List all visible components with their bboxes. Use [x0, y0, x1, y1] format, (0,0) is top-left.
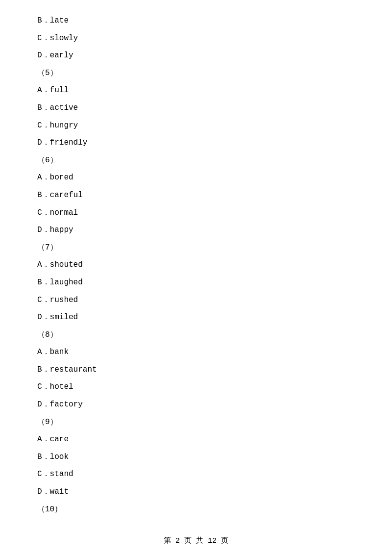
q7: （7）: [37, 242, 355, 254]
c-normal: C．normal: [37, 207, 355, 220]
a-shouted: A．shouted: [37, 259, 355, 272]
b-look: B．look: [37, 451, 355, 464]
q10: （10）: [37, 504, 355, 516]
q8: （8）: [37, 329, 355, 342]
d-early: D．early: [37, 50, 355, 62]
q6: （6）: [37, 154, 355, 167]
main-content: B．lateC．slowlyD．early（5）A．fullB．activeC．…: [0, 0, 392, 550]
q5: （5）: [37, 67, 355, 80]
a-care: A．care: [37, 433, 355, 446]
d-friendly: D．friendly: [37, 137, 355, 150]
d-factory: D．factory: [37, 399, 355, 411]
a-bored: A．bored: [37, 172, 355, 184]
b-careful: B．careful: [37, 189, 355, 202]
a-full: A．full: [37, 84, 355, 97]
b-late: B．late: [37, 15, 355, 27]
a-bank: A．bank: [37, 346, 355, 359]
b-restaurant: B．restaurant: [37, 364, 355, 377]
b-laughed: B．laughed: [37, 277, 355, 289]
d-wait: D．wait: [37, 486, 355, 499]
c-hungry: C．hungry: [37, 120, 355, 132]
page-footer: 第 2 页 共 12 页: [0, 536, 392, 545]
d-smiled: D．smiled: [37, 311, 355, 324]
c-stand: C．stand: [37, 468, 355, 481]
c-slowly: C．slowly: [37, 32, 355, 45]
c-hotel: C．hotel: [37, 381, 355, 394]
d-happy: D．happy: [37, 224, 355, 237]
b-active: B．active: [37, 102, 355, 115]
q9: （9）: [37, 416, 355, 429]
c-rushed: C．rushed: [37, 294, 355, 307]
